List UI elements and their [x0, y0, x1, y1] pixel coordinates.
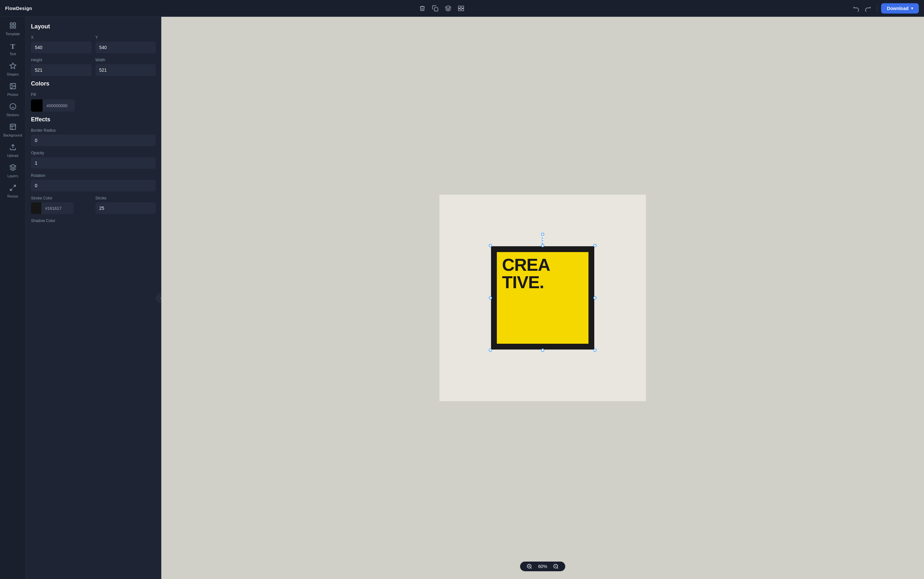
- x-input[interactable]: [31, 42, 91, 53]
- svg-line-19: [13, 185, 15, 187]
- stroke-value-group: Stroke: [95, 196, 156, 214]
- rotate-handle[interactable]: [541, 233, 544, 236]
- sidebar-item-background[interactable]: Background: [2, 121, 24, 140]
- border-radius-label: Border Radius: [31, 128, 156, 132]
- layers-icon-button[interactable]: [443, 3, 453, 13]
- topbar: FlowDesign: [0, 0, 924, 17]
- copy-button[interactable]: [430, 3, 441, 13]
- sidebar-item-stickers[interactable]: Stickers: [2, 100, 24, 119]
- sidebar-item-shapes[interactable]: Shapes: [2, 60, 24, 79]
- colors-section-title: Colors: [31, 80, 156, 87]
- redo-button[interactable]: [863, 3, 873, 13]
- design-element-inner: CREA TIVE.: [491, 246, 594, 350]
- svg-rect-7: [13, 23, 15, 25]
- svg-rect-16: [10, 124, 15, 130]
- download-chevron-icon: ▾: [911, 6, 913, 11]
- sidebar-text-label: Text: [9, 52, 16, 56]
- sidebar-item-text[interactable]: T Text: [2, 40, 24, 59]
- canvas-background: CREA TIVE.: [439, 195, 646, 401]
- text-line-1: CREA: [502, 256, 550, 273]
- undo-redo-group: [851, 3, 873, 13]
- svg-line-20: [10, 188, 12, 190]
- fill-color-swatch[interactable]: [31, 100, 42, 112]
- fill-hex-input[interactable]: [42, 101, 75, 111]
- stroke-row: Stroke Color Stroke: [31, 196, 156, 214]
- zoom-level: 60%: [536, 564, 549, 569]
- rotation-field: Rotation: [31, 173, 156, 191]
- canvas-area[interactable]: CREA TIVE.: [161, 17, 924, 579]
- divider: [877, 5, 877, 12]
- stroke-color-row[interactable]: [31, 202, 73, 214]
- photos-icon: [9, 83, 16, 92]
- template-icon: [9, 22, 16, 31]
- stroke-color-label: Stroke Color: [31, 196, 91, 200]
- svg-point-12: [11, 85, 12, 85]
- svg-line-26: [557, 568, 558, 568]
- stroke-color-group: Stroke Color: [31, 196, 91, 214]
- effects-section-title: Effects: [31, 116, 156, 123]
- rotate-handle-line: [542, 236, 543, 245]
- svg-rect-0: [434, 7, 438, 11]
- sidebar-item-photos[interactable]: Photos: [2, 80, 24, 99]
- sidebar-item-layers[interactable]: Layers: [2, 161, 24, 180]
- shadow-color-field: Shadow Color: [31, 219, 156, 223]
- resize-icon: [9, 184, 16, 193]
- shapes-icon: [9, 62, 16, 71]
- height-field-group: Height: [31, 58, 91, 76]
- undo-button[interactable]: [851, 3, 861, 13]
- design-text: CREA TIVE.: [502, 256, 550, 291]
- download-button[interactable]: Download ▾: [881, 3, 919, 13]
- border-radius-input[interactable]: [31, 134, 156, 146]
- rotation-input[interactable]: [31, 180, 156, 191]
- download-label: Download: [887, 6, 909, 11]
- app-logo: FlowDesign: [5, 6, 32, 11]
- text-line-2: TIVE.: [502, 273, 550, 291]
- stroke-color-swatch[interactable]: [31, 202, 41, 214]
- zoom-bar: 60%: [520, 561, 565, 571]
- svg-rect-8: [10, 26, 12, 28]
- delete-button[interactable]: [417, 3, 428, 13]
- fill-label: Fill: [31, 92, 156, 97]
- x-field-group: X: [31, 35, 91, 53]
- sidebar-item-resize[interactable]: Resize: [2, 182, 24, 201]
- width-input[interactable]: [95, 64, 156, 76]
- svg-rect-2: [458, 6, 460, 8]
- svg-rect-6: [10, 23, 12, 25]
- svg-marker-18: [10, 165, 15, 167]
- sidebar-layers-label: Layers: [7, 174, 18, 178]
- design-element[interactable]: CREA TIVE.: [491, 246, 594, 350]
- y-input[interactable]: [95, 42, 156, 53]
- stroke-hex-input[interactable]: [41, 203, 73, 213]
- svg-marker-1: [445, 5, 451, 8]
- sidebar-item-upload[interactable]: Upload: [2, 141, 24, 160]
- sidebar-item-template[interactable]: Template: [2, 20, 24, 38]
- sidebar-background-label: Background: [3, 133, 22, 137]
- svg-rect-9: [13, 26, 15, 28]
- zoom-in-button[interactable]: [525, 564, 534, 569]
- svg-line-22: [531, 568, 531, 568]
- rotation-label: Rotation: [31, 173, 156, 178]
- border-radius-field: Border Radius: [31, 128, 156, 146]
- zoom-out-button[interactable]: [552, 564, 560, 569]
- shadow-color-label: Shadow Color: [31, 219, 156, 223]
- topbar-tools: [417, 3, 466, 13]
- height-label: Height: [31, 58, 91, 62]
- layout-section-title: Layout: [31, 23, 156, 30]
- svg-rect-4: [458, 8, 460, 11]
- opacity-field: Opacity: [31, 151, 156, 169]
- svg-marker-10: [10, 63, 15, 69]
- collapse-panel-button[interactable]: ‹: [156, 293, 161, 303]
- group-button[interactable]: [456, 3, 466, 13]
- upload-icon: [9, 144, 16, 152]
- fill-color-row[interactable]: [31, 100, 75, 112]
- stroke-label: Stroke: [95, 196, 156, 200]
- sidebar-stickers-label: Stickers: [7, 113, 19, 117]
- opacity-label: Opacity: [31, 151, 156, 155]
- sidebar-resize-label: Resize: [7, 194, 18, 198]
- svg-rect-5: [461, 8, 464, 11]
- stroke-input[interactable]: [95, 202, 156, 214]
- height-input[interactable]: [31, 64, 91, 76]
- opacity-input[interactable]: [31, 157, 156, 169]
- svg-rect-3: [461, 6, 464, 8]
- svg-point-13: [10, 104, 15, 110]
